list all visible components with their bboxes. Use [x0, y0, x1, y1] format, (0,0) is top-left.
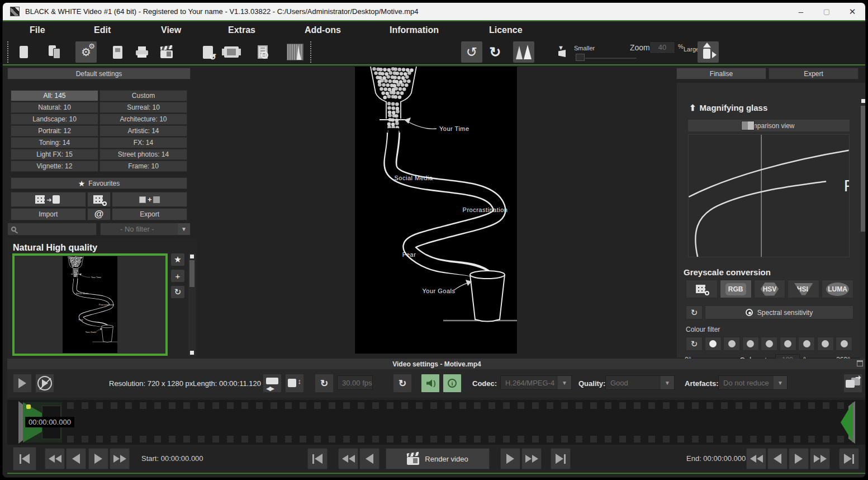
settings-button[interactable]: ⚙ [75, 41, 97, 63]
magnifier-view[interactable]: P [688, 134, 850, 257]
mode-rgb-button[interactable]: RGB [720, 280, 752, 298]
go-to-start-button[interactable] [13, 447, 36, 470]
browse-presets-icon-button[interactable] [87, 192, 111, 207]
play-through-button[interactable] [35, 374, 54, 393]
colour-filter-3-button[interactable] [742, 337, 759, 351]
redo-button[interactable]: ↻ [485, 41, 506, 63]
step-back-button[interactable] [66, 448, 86, 469]
fast-rewind-button[interactable] [45, 448, 65, 469]
category-artistic[interactable]: Artistic: 14 [99, 125, 187, 137]
colour-filter-5-button[interactable] [780, 337, 796, 351]
category-surreal[interactable]: Surreal: 10 [99, 102, 187, 113]
category-street-photos[interactable]: Street photos: 14 [99, 149, 187, 160]
history-button[interactable]: ↺ [461, 41, 482, 63]
end-ffwd-button[interactable] [810, 448, 830, 469]
category-landscape[interactable]: Landscape: 10 [11, 114, 98, 125]
menu-information[interactable]: Information [390, 25, 439, 35]
zoom-larger-button[interactable] [698, 41, 719, 63]
histogram-button[interactable] [284, 41, 306, 63]
end-rewind-button[interactable] [746, 448, 766, 469]
maximize-button[interactable]: ▢ [814, 3, 839, 20]
fast-forward-button[interactable] [110, 448, 130, 469]
category-frame[interactable]: Frame: 10 [99, 161, 187, 172]
film-inspect-button[interactable] [252, 41, 273, 63]
zoom-slider-handle[interactable] [576, 54, 585, 61]
compare-button[interactable] [513, 41, 534, 63]
category-fx[interactable]: FX: 14 [99, 137, 187, 148]
default-settings-button[interactable]: Default settings [7, 68, 191, 79]
fit-height-button[interactable]: ↕ [285, 374, 304, 393]
reset-colour-filter-button[interactable]: ↻ [686, 337, 703, 351]
favourites-button[interactable]: ★ Favourites [11, 177, 187, 189]
colour-filter-2-button[interactable] [723, 337, 740, 351]
category-all[interactable]: All: 145 [11, 90, 98, 101]
preset-scrollbar[interactable] [188, 253, 196, 356]
quality-dropdown[interactable]: Good ▼ [605, 375, 675, 390]
menu-view[interactable]: View [161, 25, 181, 35]
step-forward-button[interactable] [88, 448, 108, 469]
reset-audio-button[interactable]: ↻ [393, 374, 412, 393]
mode-hsv-button[interactable]: HSV [754, 280, 786, 298]
play-button[interactable] [13, 374, 32, 393]
preset-thumbnail[interactable]: Your Time Social Media Procrastination F… [12, 253, 168, 356]
at-button[interactable]: @ [87, 208, 111, 220]
fit-width-button[interactable]: ◀▶ [263, 374, 282, 393]
render-video-button[interactable]: Render video [386, 448, 490, 469]
export-button[interactable]: Export [112, 208, 187, 220]
add-preset-button[interactable]: + [171, 270, 184, 282]
close-button[interactable]: ✕ [839, 3, 865, 20]
go-to-end-button[interactable] [839, 448, 859, 469]
video-preview[interactable]: Your Time Social Media Procrastination F… [355, 67, 517, 354]
category-toning[interactable]: Toning: 14 [11, 137, 98, 148]
info-button[interactable]: i [443, 374, 462, 393]
menu-extras[interactable]: Extras [228, 25, 255, 35]
panel-restore-icon[interactable] [857, 360, 863, 366]
colour-filter-4-button[interactable] [761, 337, 777, 351]
colour-filter-8-button[interactable] [836, 337, 852, 351]
fps-input[interactable]: 30.00 fps [337, 375, 373, 390]
colour-filter-7-button[interactable] [817, 337, 834, 351]
tab-finalise[interactable]: Finalise [676, 68, 766, 79]
save-button[interactable] [107, 41, 128, 63]
zoom-input[interactable]: 40 [649, 41, 675, 54]
import-presets-icon-button[interactable]: ➜ [11, 192, 86, 207]
category-vignette[interactable]: Vignette: 12 [11, 161, 98, 172]
reset-fps-button[interactable]: ↻ [315, 374, 334, 393]
collapse-up-icon[interactable]: ⬆ [689, 103, 696, 112]
timeline[interactable]: 00:00:00.000 [7, 400, 866, 445]
menu-licence[interactable]: Licence [489, 25, 523, 35]
category-natural[interactable]: Natural: 10 [11, 102, 98, 113]
audio-button[interactable]: ) [421, 374, 440, 393]
end-back-button[interactable] [767, 448, 788, 469]
colour-filter-6-button[interactable] [798, 337, 815, 351]
swap-view-button[interactable]: ➜ [843, 374, 862, 393]
render-go-end-button[interactable] [551, 448, 571, 469]
import-button[interactable]: Import [11, 208, 86, 220]
film-project-button[interactable] [156, 41, 177, 63]
new-project-button[interactable] [13, 41, 34, 63]
menu-file[interactable]: File [30, 25, 45, 35]
menu-addons[interactable]: Add-ons [305, 25, 341, 35]
end-forward-button[interactable] [789, 448, 809, 469]
preset-search-input[interactable] [7, 223, 97, 236]
codec-dropdown[interactable]: H.264/MPEG-4 ▼ [500, 375, 572, 390]
panel-scrollbar[interactable] [860, 98, 866, 373]
comparison-view-toggle[interactable]: Comparison view [688, 120, 850, 131]
category-custom[interactable]: Custom [99, 90, 187, 101]
category-light-fx[interactable]: Light FX: 15 [11, 149, 98, 160]
zoom-slider-track[interactable] [585, 57, 637, 59]
filter-dropdown[interactable]: - No filter - ▼ [100, 223, 191, 236]
favourite-preset-button[interactable]: ★ [171, 253, 184, 266]
minimize-button[interactable]: – [788, 3, 814, 20]
scroll-up-icon[interactable] [861, 99, 865, 103]
category-portrait[interactable]: Portrait: 12 [11, 125, 98, 137]
scrollbar-thumb[interactable] [861, 106, 866, 232]
category-architecture[interactable]: Architecture: 10 [99, 114, 187, 125]
menu-edit[interactable]: Edit [94, 25, 111, 35]
render-ffwd-button[interactable] [521, 448, 542, 469]
scroll-up-icon[interactable] [190, 255, 194, 258]
preset-browser-mode-button[interactable] [686, 280, 718, 298]
tab-expert[interactable]: Expert [769, 68, 858, 79]
colour-filter-1-button[interactable] [705, 337, 722, 351]
reset-spectral-button[interactable]: ↻ [686, 305, 703, 319]
